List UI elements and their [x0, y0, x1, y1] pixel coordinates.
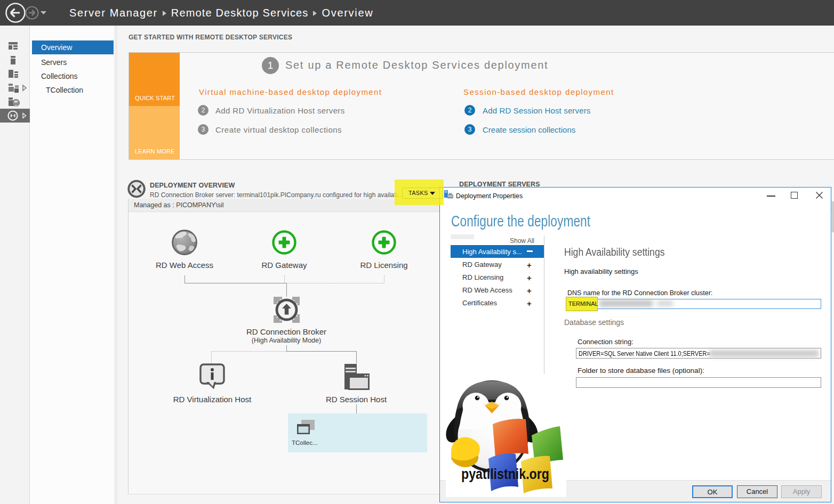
svg-text:pyatilistnik.org: pyatilistnik.org	[461, 466, 549, 482]
